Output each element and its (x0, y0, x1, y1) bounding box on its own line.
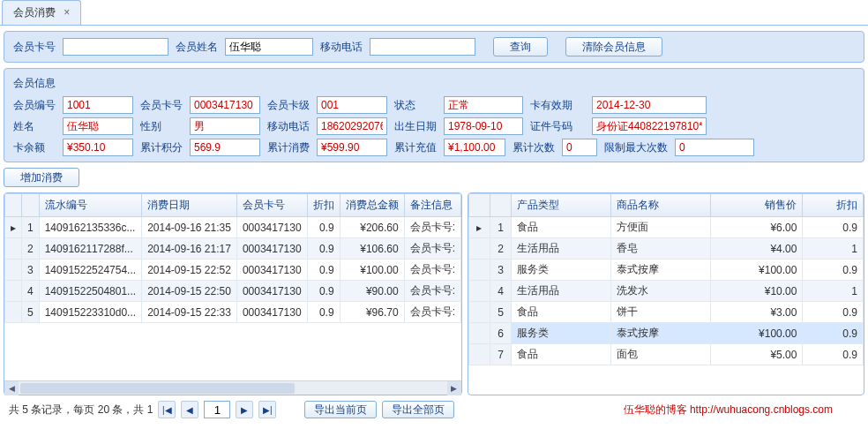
birth-field[interactable] (444, 117, 523, 135)
tab-member-spend[interactable]: 会员消费 × (2, 0, 81, 25)
table-row[interactable]: ▸11409162135336c...2014-09-16 21:3500034… (5, 217, 461, 238)
prev-page-button[interactable]: ◀ (181, 401, 198, 418)
export-page-button[interactable]: 导出当前页 (304, 401, 377, 418)
table-row[interactable]: 7食品面包¥5.000.9 (468, 344, 863, 365)
table-row[interactable]: 4生活用品洗发水¥10.001 (468, 281, 863, 302)
search-panel: 会员卡号 会员姓名 移动电话 查询 清除会员信息 (4, 31, 864, 63)
count-label: 累计次数 (509, 140, 558, 155)
member-id-field[interactable] (63, 96, 133, 114)
export-all-button[interactable]: 导出全部页 (382, 401, 454, 418)
pager-summary: 共 5 条记录，每页 20 条，共 1 (9, 403, 153, 418)
clear-button[interactable]: 清除会员信息 (565, 37, 662, 56)
table-row[interactable]: 6服务类泰式按摩¥100.000.9 (468, 323, 863, 344)
mobile-label: 移动电话 (264, 119, 313, 134)
col-header[interactable]: 备注信息 (404, 194, 460, 217)
status-label: 状态 (391, 98, 440, 113)
add-spend-button[interactable]: 增加消费 (4, 168, 79, 187)
page-input[interactable] (204, 401, 230, 418)
card-expire-field[interactable] (592, 96, 707, 114)
h-scrollbar[interactable]: ◀ ▶ (4, 380, 461, 395)
name2-label: 姓名 (10, 119, 59, 134)
close-icon[interactable]: × (64, 6, 70, 19)
col-header[interactable]: 消费日期 (142, 194, 237, 217)
table-row[interactable]: ▸1食品方便面¥6.000.9 (468, 217, 863, 238)
table-row[interactable]: 5140915223310d0...2014-09-15 22:33000341… (5, 302, 461, 323)
mobile-field[interactable] (317, 117, 387, 135)
card-expire-label: 卡有效期 (527, 98, 588, 113)
status-field[interactable] (444, 96, 523, 114)
idno-label: 证件号码 (527, 119, 588, 134)
balance-field[interactable] (63, 139, 133, 156)
balance-label: 卡余额 (10, 140, 59, 155)
phone-label: 移动电话 (317, 40, 366, 55)
table-row[interactable]: 2生活用品香皂¥4.001 (468, 238, 863, 260)
col-header[interactable]: 折扣 (803, 194, 864, 217)
name-label: 会员姓名 (172, 40, 221, 55)
info-panel: 会员信息 会员编号 会员卡号 会员卡级 状态 卡有效期 姓名 性别 移动电话 出… (4, 68, 864, 162)
blog-link: 伍华聪的博客 http://wuhuacong.cnblogs.com (624, 403, 833, 418)
spend-label: 累计消费 (264, 140, 313, 155)
phone-input[interactable] (370, 38, 475, 56)
next-page-button[interactable]: ▶ (236, 401, 253, 418)
col-header[interactable]: 销售价 (710, 194, 802, 217)
first-page-button[interactable]: |◀ (158, 401, 176, 418)
idno-field[interactable] (592, 117, 707, 135)
col-header[interactable]: 折扣 (307, 194, 340, 217)
query-button[interactable]: 查询 (493, 37, 548, 56)
product-grid: 产品类型商品名称销售价折扣 ▸1食品方便面¥6.000.92生活用品香皂¥4.0… (468, 192, 864, 395)
table-row[interactable]: 21409162117288f...2014-09-16 21:17000341… (5, 238, 461, 260)
table-row[interactable]: 314091522524754...2014-09-15 22:52000341… (5, 260, 461, 281)
card-label: 会员卡号 (10, 40, 59, 55)
count-field[interactable] (562, 139, 597, 156)
gender-field[interactable] (190, 117, 260, 135)
col-header[interactable]: 商品名称 (610, 194, 710, 217)
gender-label: 性别 (137, 119, 186, 134)
info-header: 会员信息 (10, 74, 858, 96)
name2-field[interactable] (63, 117, 133, 135)
card-no-label: 会员卡号 (137, 98, 186, 113)
birth-label: 出生日期 (391, 119, 440, 134)
scroll-left-icon[interactable]: ◀ (4, 381, 19, 395)
spend-grid: 流水编号消费日期会员卡号折扣消费总金额备注信息 ▸11409162135336c… (4, 192, 462, 395)
card-level-label: 会员卡级 (264, 98, 313, 113)
member-id-label: 会员编号 (10, 98, 59, 113)
limit-field[interactable] (675, 139, 754, 156)
points-field[interactable] (190, 139, 260, 156)
card-level-field[interactable] (317, 96, 387, 114)
spend-field[interactable] (317, 139, 387, 156)
col-header[interactable]: 产品类型 (511, 194, 610, 217)
col-header[interactable]: 流水编号 (39, 194, 141, 217)
table-row[interactable]: 414091522504801...2014-09-15 22:50000341… (5, 281, 461, 302)
points-label: 累计积分 (137, 140, 186, 155)
card-no-field[interactable] (190, 96, 260, 114)
grids-row: 流水编号消费日期会员卡号折扣消费总金额备注信息 ▸11409162135336c… (4, 192, 864, 395)
scroll-right-icon[interactable]: ▶ (447, 381, 461, 395)
tab-label: 会员消费 (13, 6, 56, 19)
limit-label: 限制最大次数 (601, 140, 671, 155)
card-input[interactable] (63, 38, 168, 56)
table-row[interactable]: 5食品饼干¥3.000.9 (468, 302, 863, 323)
tab-bar: 会员消费 × (0, 0, 868, 26)
recharge-field[interactable] (444, 139, 505, 156)
col-header[interactable]: 消费总金额 (340, 194, 404, 217)
recharge-label: 累计充值 (391, 140, 440, 155)
scroll-thumb[interactable] (20, 383, 295, 394)
table-row[interactable]: 3服务类泰式按摩¥100.000.9 (468, 260, 863, 281)
last-page-button[interactable]: ▶| (258, 401, 276, 418)
name-input[interactable] (225, 38, 313, 56)
col-header[interactable]: 会员卡号 (236, 194, 307, 217)
